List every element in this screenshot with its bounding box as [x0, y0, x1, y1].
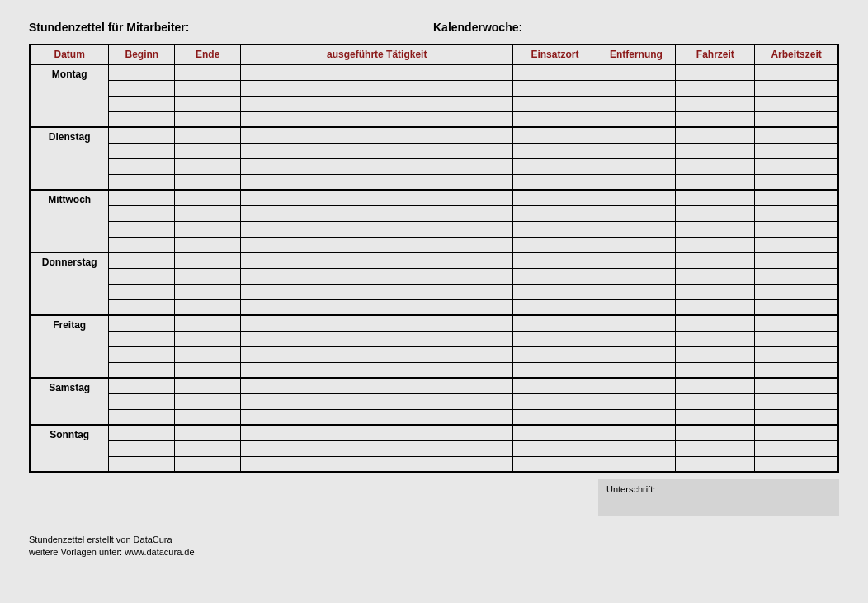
cell[interactable] — [597, 96, 676, 111]
cell[interactable] — [597, 64, 676, 80]
cell[interactable] — [513, 143, 597, 158]
cell[interactable] — [175, 252, 241, 268]
cell[interactable] — [597, 393, 676, 409]
cell[interactable] — [597, 456, 676, 472]
cell[interactable] — [513, 346, 597, 362]
cell[interactable] — [755, 174, 838, 190]
cell[interactable] — [175, 299, 241, 315]
cell[interactable] — [109, 80, 175, 96]
cell[interactable] — [755, 346, 838, 362]
cell[interactable] — [755, 425, 838, 440]
cell[interactable] — [241, 393, 513, 409]
cell[interactable] — [755, 127, 838, 143]
cell[interactable] — [241, 299, 513, 315]
cell[interactable] — [241, 284, 513, 299]
cell[interactable] — [109, 284, 175, 299]
cell[interactable] — [241, 237, 513, 252]
cell[interactable] — [676, 143, 755, 158]
cell[interactable] — [597, 190, 676, 205]
cell[interactable] — [513, 111, 597, 127]
cell[interactable] — [109, 96, 175, 111]
cell[interactable] — [175, 425, 241, 440]
cell[interactable] — [175, 111, 241, 127]
cell[interactable] — [513, 127, 597, 143]
cell[interactable] — [755, 393, 838, 409]
cell[interactable] — [755, 64, 838, 80]
cell[interactable] — [175, 456, 241, 472]
cell[interactable] — [175, 378, 241, 393]
cell[interactable] — [241, 331, 513, 346]
cell[interactable] — [755, 237, 838, 252]
cell[interactable] — [109, 127, 175, 143]
cell[interactable] — [676, 378, 755, 393]
cell[interactable] — [109, 221, 175, 237]
cell[interactable] — [241, 346, 513, 362]
cell[interactable] — [513, 158, 597, 174]
cell[interactable] — [597, 378, 676, 393]
cell[interactable] — [175, 96, 241, 111]
cell[interactable] — [676, 284, 755, 299]
cell[interactable] — [241, 456, 513, 472]
cell[interactable] — [513, 80, 597, 96]
cell[interactable] — [175, 440, 241, 456]
cell[interactable] — [109, 299, 175, 315]
cell[interactable] — [676, 268, 755, 284]
cell[interactable] — [241, 80, 513, 96]
cell[interactable] — [755, 111, 838, 127]
cell[interactable] — [175, 80, 241, 96]
cell[interactable] — [175, 158, 241, 174]
cell[interactable] — [676, 362, 755, 378]
cell[interactable] — [513, 96, 597, 111]
cell[interactable] — [241, 409, 513, 425]
cell[interactable] — [109, 315, 175, 331]
cell[interactable] — [175, 174, 241, 190]
cell[interactable] — [241, 190, 513, 205]
cell[interactable] — [755, 221, 838, 237]
cell[interactable] — [109, 393, 175, 409]
cell[interactable] — [676, 96, 755, 111]
cell[interactable] — [109, 346, 175, 362]
cell[interactable] — [241, 158, 513, 174]
cell[interactable] — [175, 190, 241, 205]
cell[interactable] — [755, 362, 838, 378]
cell[interactable] — [109, 174, 175, 190]
cell[interactable] — [109, 362, 175, 378]
cell[interactable] — [109, 111, 175, 127]
cell[interactable] — [241, 268, 513, 284]
cell[interactable] — [597, 362, 676, 378]
cell[interactable] — [241, 315, 513, 331]
cell[interactable] — [597, 237, 676, 252]
cell[interactable] — [676, 127, 755, 143]
cell[interactable] — [513, 331, 597, 346]
cell[interactable] — [755, 96, 838, 111]
cell[interactable] — [175, 393, 241, 409]
cell[interactable] — [755, 409, 838, 425]
cell[interactable] — [175, 221, 241, 237]
cell[interactable] — [597, 143, 676, 158]
cell[interactable] — [755, 440, 838, 456]
cell[interactable] — [597, 331, 676, 346]
cell[interactable] — [241, 127, 513, 143]
cell[interactable] — [597, 284, 676, 299]
cell[interactable] — [755, 284, 838, 299]
cell[interactable] — [513, 237, 597, 252]
cell[interactable] — [676, 80, 755, 96]
cell[interactable] — [241, 96, 513, 111]
cell[interactable] — [241, 362, 513, 378]
cell[interactable] — [513, 284, 597, 299]
cell[interactable] — [597, 268, 676, 284]
cell[interactable] — [676, 237, 755, 252]
cell[interactable] — [175, 362, 241, 378]
cell[interactable] — [175, 409, 241, 425]
cell[interactable] — [241, 143, 513, 158]
cell[interactable] — [175, 127, 241, 143]
cell[interactable] — [109, 268, 175, 284]
cell[interactable] — [676, 205, 755, 221]
cell[interactable] — [109, 237, 175, 252]
cell[interactable] — [597, 409, 676, 425]
cell[interactable] — [109, 425, 175, 440]
cell[interactable] — [513, 425, 597, 440]
cell[interactable] — [513, 299, 597, 315]
cell[interactable] — [597, 315, 676, 331]
cell[interactable] — [109, 252, 175, 268]
